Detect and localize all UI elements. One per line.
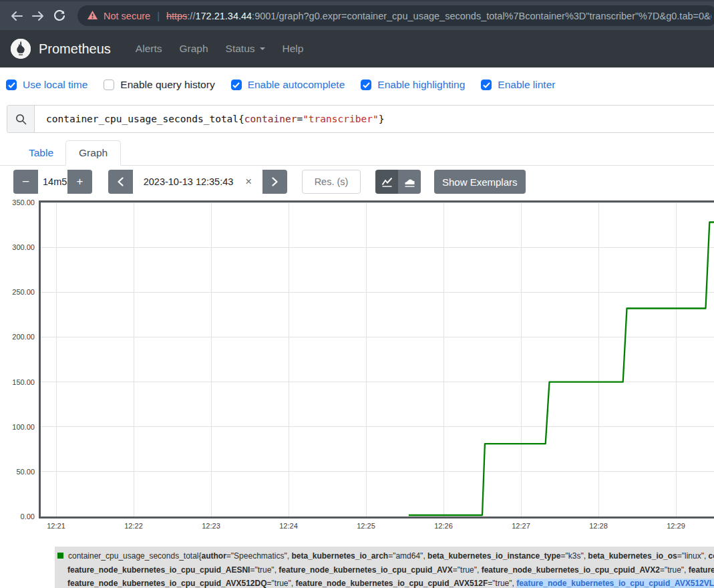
x-tick-label: 12:27 bbox=[506, 522, 536, 530]
url-text: https://172.21.34.44:9001/graph?g0.expr=… bbox=[166, 11, 711, 21]
legend-line: feature_node_kubernetes_io_cpu_cpuid_AVX… bbox=[57, 577, 714, 588]
duration-decrease-button[interactable]: − bbox=[13, 170, 38, 194]
query-token: "transcriber" bbox=[303, 114, 379, 124]
x-tick-label: 12:23 bbox=[196, 522, 226, 530]
legend-line: container_cpu_usage_seconds_total{author… bbox=[57, 549, 714, 563]
legend-label-value: ="true", bbox=[453, 565, 482, 575]
x-tick-label: 12:28 bbox=[584, 522, 613, 530]
query-token: container_cpu_usage_seconds_total bbox=[46, 114, 238, 124]
legend-label-value: ="Speechmatics", bbox=[226, 551, 292, 561]
security-warning: Not secure bbox=[104, 11, 150, 21]
nav-item-status[interactable]: Status bbox=[226, 43, 265, 55]
tab-graph[interactable]: Graph bbox=[65, 140, 121, 166]
url-host: 172.21.34.44 bbox=[195, 11, 252, 21]
resolution-input[interactable]: Res. (s) bbox=[302, 170, 361, 194]
duration-stepper: − 14m53s + bbox=[13, 170, 92, 194]
checkbox-icon[interactable] bbox=[481, 80, 492, 90]
y-tick-label: 50.00 bbox=[0, 468, 35, 476]
url-bar[interactable]: Not secure | https://172.21.34.44:9001/g… bbox=[77, 5, 714, 26]
duration-input[interactable]: 14m53s bbox=[38, 170, 67, 194]
query-expression-input[interactable]: container_cpu_usage_seconds_total{contai… bbox=[35, 106, 714, 132]
query-token: { bbox=[238, 114, 244, 124]
tab-table[interactable]: Table bbox=[17, 141, 65, 165]
chart-type-toggle bbox=[375, 170, 421, 194]
option-enable-highlighting[interactable]: Enable highlighting bbox=[361, 79, 465, 91]
legend-label-name: feature_node_kubernetes_io_cpu_cpuid_AES… bbox=[67, 565, 250, 575]
legend-label-value: ="true", bbox=[267, 579, 296, 588]
checkbox-icon[interactable] bbox=[361, 80, 371, 90]
legend-label-name: beta_kubernetes_io_os bbox=[588, 551, 677, 561]
forward-icon[interactable] bbox=[29, 7, 47, 25]
datetime-input[interactable]: 2023-10-13 12:35:43 × bbox=[133, 170, 262, 194]
panel-tabs: Table Graph bbox=[0, 138, 714, 166]
show-exemplars-button[interactable]: Show Exemplars bbox=[434, 170, 526, 194]
option-use-local-time[interactable]: Use local time bbox=[6, 79, 87, 91]
legend-label-name: feature_node_kubernetes_io_cpu_cpuid_AVX… bbox=[516, 579, 714, 588]
graph-svg bbox=[41, 202, 714, 517]
chart-section: 0.0050.00100.00150.00200.00250.00300.003… bbox=[0, 200, 714, 588]
legend-label-value: ="true", bbox=[660, 565, 689, 575]
x-tick-label: 12:29 bbox=[661, 522, 691, 530]
legend-label-value: ="amd64", bbox=[388, 551, 427, 561]
y-tick-label: 250.00 bbox=[0, 288, 35, 296]
legend-label-value: ="linux", bbox=[677, 551, 709, 561]
reload-icon[interactable] bbox=[51, 7, 68, 25]
browser-toolbar: Not secure | https://172.21.34.44:9001/g… bbox=[0, 0, 714, 30]
y-tick-label: 100.00 bbox=[0, 423, 35, 431]
y-tick-label: 350.00 bbox=[0, 198, 35, 206]
time-forward-button[interactable] bbox=[262, 170, 287, 194]
query-token: = bbox=[297, 114, 303, 124]
option-enable-query-history[interactable]: Enable query history bbox=[104, 79, 214, 91]
legend-label-name: feature bbox=[689, 565, 714, 575]
line-chart-toggle-button[interactable] bbox=[375, 170, 398, 194]
time-back-button[interactable] bbox=[108, 170, 133, 194]
x-tick-label: 12:22 bbox=[119, 522, 148, 530]
prometheus-navbar: Prometheus Alerts Graph Status Help bbox=[0, 30, 714, 67]
query-token: container bbox=[244, 114, 297, 124]
query-input-group: container_cpu_usage_seconds_total{contai… bbox=[7, 105, 714, 133]
query-token: } bbox=[379, 114, 385, 124]
graph-controls: − 14m53s + 2023-10-13 12:35:43 × Res. (s… bbox=[0, 166, 714, 200]
legend-label-name: feature_node_kubernetes_io_cpu_cpuid_AVX bbox=[279, 565, 453, 575]
checkbox-icon[interactable] bbox=[231, 80, 242, 90]
nav-item-graph[interactable]: Graph bbox=[179, 43, 208, 55]
legend-label-name: feature_node_kubernetes_io_cpu_cpuid_AVX… bbox=[295, 579, 488, 588]
x-tick-label: 12:25 bbox=[351, 522, 381, 530]
nav-item-help[interactable]: Help bbox=[283, 43, 304, 55]
query-options-row: Use local time Enable query history Enab… bbox=[6, 77, 714, 93]
legend-label-name: beta_kubernetes_io_arch bbox=[291, 551, 388, 561]
stacked-chart-toggle-button[interactable] bbox=[398, 170, 421, 194]
legend-label-name: beta_kubernetes_io_instance_type bbox=[427, 551, 560, 561]
graph-canvas[interactable] bbox=[39, 200, 714, 519]
app-title[interactable]: Prometheus bbox=[39, 41, 111, 57]
y-tick-label: 200.00 bbox=[0, 333, 35, 341]
duration-increase-button[interactable]: + bbox=[67, 170, 92, 194]
legend-label-value: ="true", bbox=[488, 579, 516, 588]
x-tick-label: 12:26 bbox=[429, 522, 458, 530]
legend-label-name: author bbox=[202, 551, 226, 561]
legend-swatch bbox=[57, 553, 63, 559]
legend-item[interactable]: container_cpu_usage_seconds_total{author… bbox=[55, 547, 714, 588]
checkbox-icon[interactable] bbox=[104, 80, 114, 90]
legend-label-value: ="k3s", bbox=[560, 551, 588, 561]
x-tick-label: 12:24 bbox=[274, 522, 303, 530]
y-tick-label: 300.00 bbox=[0, 243, 35, 251]
back-icon[interactable] bbox=[8, 7, 25, 25]
search-icon bbox=[7, 106, 35, 132]
url-scheme: https bbox=[166, 11, 187, 21]
legend-label-name: feature_node_kubernetes_io_cpu_cpuid_AVX… bbox=[67, 579, 267, 588]
datetime-picker: 2023-10-13 12:35:43 × bbox=[108, 170, 287, 194]
clear-datetime-icon[interactable]: × bbox=[245, 175, 252, 188]
checkbox-icon[interactable] bbox=[6, 80, 17, 90]
url-divider: | bbox=[157, 11, 160, 21]
legend-label-value: ="true", bbox=[250, 565, 279, 575]
url-path: :9001/graph?g0.expr=container_cpu_usage_… bbox=[252, 11, 711, 21]
option-enable-linter[interactable]: Enable linter bbox=[481, 79, 555, 91]
legend-line: feature_node_kubernetes_io_cpu_cpuid_AES… bbox=[57, 563, 714, 577]
series-line bbox=[409, 223, 714, 516]
prometheus-logo[interactable] bbox=[11, 39, 31, 59]
nav-item-alerts[interactable]: Alerts bbox=[136, 43, 162, 55]
legend-label-name: feature_node_kubernetes_io_cpu_cpuid_AVX… bbox=[482, 565, 660, 575]
query-text: container_cpu_usage_seconds_total{contai… bbox=[46, 114, 384, 124]
option-enable-autocomplete[interactable]: Enable autocomplete bbox=[231, 79, 345, 91]
